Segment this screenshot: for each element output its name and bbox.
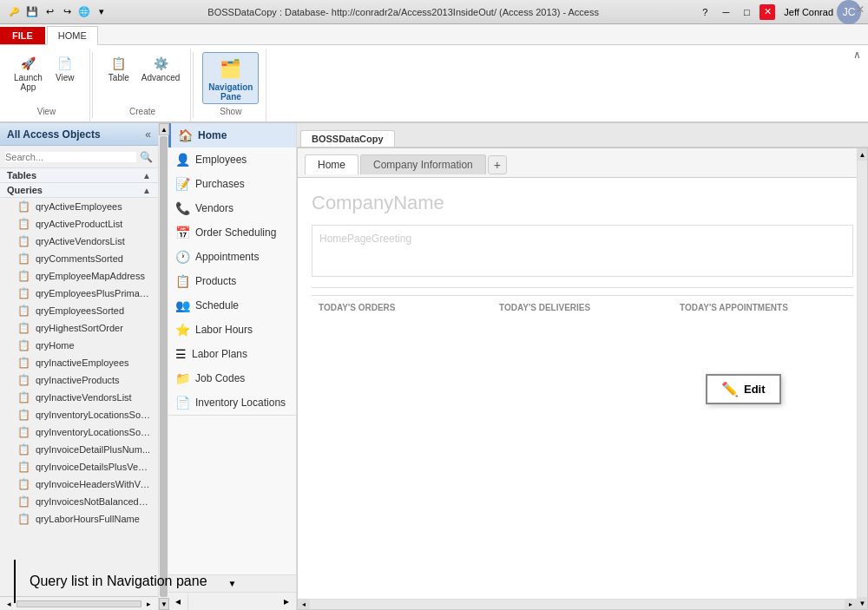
- list-item[interactable]: 📋qryInvoiceDetailsPlusVen...: [0, 458, 158, 476]
- list-item[interactable]: 📋qryEmployeesSorted: [0, 302, 158, 319]
- list-item[interactable]: 📋qryHome: [0, 337, 158, 354]
- query-icon: 📋: [17, 253, 30, 265]
- tables-section[interactable]: Tables ▲: [0, 168, 158, 183]
- list-item[interactable]: 📋qryInactiveProducts: [0, 371, 158, 389]
- query-list: 📋qryActiveEmployees 📋qryActiveProductLis…: [0, 198, 158, 596]
- ribbon-group-show: 🗂️ NavigationPane Show: [195, 49, 266, 121]
- query-icon: 📋: [17, 287, 30, 299]
- doc-tab-bossdatacopy[interactable]: BOSSDataCopy: [300, 130, 395, 147]
- list-item[interactable]: 📋qryInvoiceDetailPlusNum...: [0, 441, 158, 458]
- query-icon: 📋: [17, 391, 30, 403]
- nav-employees-item[interactable]: 👤 Employees: [168, 148, 296, 172]
- nav-home-item[interactable]: 🏠 Home: [168, 123, 296, 148]
- close-btn[interactable]: ✕: [760, 4, 775, 20]
- dropdown-qat-btn[interactable]: ▾: [94, 4, 109, 20]
- nav-products-item[interactable]: 📋 Products: [168, 269, 296, 293]
- edit-popup-btn[interactable]: ✏️ Edit: [706, 374, 781, 404]
- tab-home[interactable]: HOME: [47, 26, 98, 45]
- nav-inventory-locations-item[interactable]: 📄 Inventory Locations: [168, 390, 296, 416]
- labor-hours-nav-label: Labor Hours: [195, 324, 253, 336]
- purchases-nav-icon: 📝: [175, 177, 190, 191]
- list-item[interactable]: 📋qryEmployeesPlusPrimary...: [0, 285, 158, 302]
- query-icon: 📋: [17, 409, 30, 421]
- main-area: All Access Objects « 🔍 Tables ▲ Queries …: [0, 123, 868, 610]
- list-item[interactable]: 📋qryInactiveVendorsList: [0, 389, 158, 406]
- web-qat-btn[interactable]: 🌐: [76, 4, 92, 20]
- query-icon: 📋: [17, 218, 30, 230]
- launch-app-btn[interactable]: 🚀 LaunchApp: [10, 52, 46, 94]
- undo-qat-btn[interactable]: ↩: [42, 4, 57, 20]
- help-btn[interactable]: ?: [697, 4, 713, 20]
- title-bar-left: 🔑 💾 ↩ ↪ 🌐 ▾: [7, 4, 109, 20]
- tab-file[interactable]: FILE: [0, 27, 45, 44]
- list-item[interactable]: 📋qryCommentsSorted: [0, 250, 158, 267]
- quick-access-toolbar: 💾 ↩ ↪ 🌐 ▾: [24, 4, 109, 20]
- nav-vendors-item[interactable]: 📞 Vendors: [168, 196, 296, 220]
- restore-btn[interactable]: □: [739, 4, 754, 20]
- user-name: Jeff Conrad: [784, 7, 833, 17]
- ribbon-collapse-btn[interactable]: ∧: [853, 49, 861, 61]
- nav-panel-title: All Access Objects: [7, 128, 101, 141]
- table-label: Table: [108, 73, 129, 82]
- home-nav-icon: 🏠: [178, 128, 193, 142]
- edit-label: Edit: [744, 383, 766, 396]
- query-icon: 📋: [17, 305, 30, 317]
- products-nav-icon: 📋: [175, 274, 190, 288]
- nav-appointments-item[interactable]: 🕐 Appointments: [168, 245, 296, 269]
- ribbon-group-view: 🚀 LaunchApp 📄 View View: [3, 49, 90, 121]
- minimize-btn[interactable]: ─: [718, 4, 733, 20]
- job-codes-nav-icon: 📁: [175, 371, 190, 385]
- list-item[interactable]: 📋qryActiveProductList: [0, 215, 158, 233]
- form-scroll-track: [858, 161, 867, 597]
- list-item[interactable]: 📋qryEmployeeMapAddress: [0, 267, 158, 285]
- search-icon: 🔍: [140, 151, 153, 163]
- list-item[interactable]: 📋qryInventoryLocationsSor...: [0, 423, 158, 441]
- nav-scroll-thumb[interactable]: [160, 136, 168, 597]
- form-tab-add-btn[interactable]: +: [488, 155, 507, 174]
- annotation-text: Query list in Navigation pane: [30, 574, 207, 589]
- nav-labor-hours-item[interactable]: ⭐ Labor Hours: [168, 318, 296, 342]
- show-group-label: Show: [220, 107, 241, 118]
- nav-purchases-item[interactable]: 📝 Purchases: [168, 172, 296, 196]
- queries-section[interactable]: Queries ▲: [0, 183, 158, 198]
- nav-scroll-up-btn[interactable]: ▲: [159, 123, 169, 135]
- table-btn[interactable]: 📋 Table: [102, 52, 136, 84]
- form-tab-company[interactable]: Company Information: [360, 154, 486, 174]
- form-vert-scrollbar[interactable]: ▲ ▼: [857, 148, 867, 609]
- navigation-pane-label: NavigationPane: [208, 82, 253, 102]
- form-scroll-up-btn[interactable]: ▲: [858, 148, 867, 161]
- redo-qat-btn[interactable]: ↪: [59, 4, 75, 20]
- doc-tab-bar: BOSSDataCopy ✕: [297, 123, 868, 148]
- list-item[interactable]: 📋qryActiveEmployees: [0, 198, 158, 215]
- list-item[interactable]: 📋qryLaborHoursFullName: [0, 510, 158, 528]
- list-item[interactable]: 📋qryInactiveEmployees: [0, 354, 158, 371]
- list-item[interactable]: 📋qryActiveVendorsList: [0, 233, 158, 250]
- today-deliveries-section: TODAY'S DELIVERIES: [492, 303, 673, 316]
- navigation-pane-icon: 🗂️: [217, 55, 245, 82]
- advanced-btn[interactable]: ⚙️ Advanced: [138, 52, 183, 84]
- labor-hours-nav-icon: ⭐: [175, 323, 190, 337]
- list-item[interactable]: 📋qryInvoicesNotBalancedO...: [0, 493, 158, 510]
- launch-app-icon: 🚀: [18, 54, 37, 73]
- form-body: CompanyName HomePageGreeting TODAY'S ORD…: [298, 178, 867, 609]
- view-btn[interactable]: 📄 View: [48, 52, 82, 94]
- nav-panel-collapse-btn[interactable]: «: [145, 128, 151, 141]
- today-orders-section: TODAY'S ORDERS: [312, 303, 492, 316]
- nav-order-scheduling-item[interactable]: 📅 Order Scheduling: [168, 220, 296, 245]
- window-title: BOSSDataCopy : Database- http://conradr2…: [109, 7, 697, 17]
- list-item[interactable]: 📋qryInvoiceHeadersWithVe...: [0, 476, 158, 493]
- nav-search-input[interactable]: [5, 152, 136, 162]
- view-label: View: [56, 73, 75, 82]
- form-tab-home[interactable]: Home: [305, 154, 358, 174]
- nav-labor-plans-item[interactable]: ☰ Labor Plans: [168, 342, 296, 366]
- today-orders-title: TODAY'S ORDERS: [319, 303, 485, 312]
- navigation-pane-btn[interactable]: 🗂️ NavigationPane: [202, 52, 259, 104]
- app-nav-panel: 🏠 Home 👤 Employees 📝 Purchases 📞 Vendors…: [168, 123, 297, 610]
- list-item[interactable]: 📋qryHighestSortOrder: [0, 319, 158, 337]
- nav-schedule-item[interactable]: 👥 Schedule: [168, 293, 296, 318]
- save-qat-btn[interactable]: 💾: [24, 4, 40, 20]
- nav-vert-scrollbar[interactable]: ▲ ▼: [158, 123, 168, 610]
- list-item[interactable]: 📋qryInventoryLocationsSor...: [0, 406, 158, 423]
- nav-job-codes-item[interactable]: 📁 Job Codes: [168, 366, 296, 390]
- query-icon: 📋: [17, 461, 30, 473]
